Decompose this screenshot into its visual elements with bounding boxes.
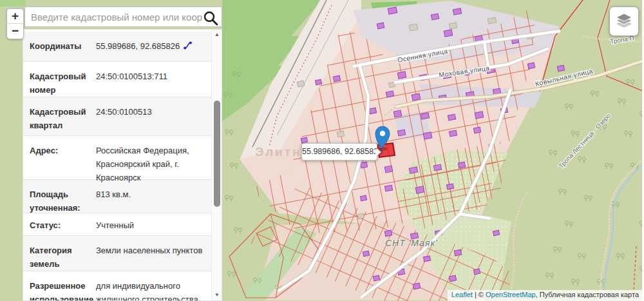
scrollbar-thumb[interactable] [214,101,220,207]
building-cadastral[interactable] [473,127,480,133]
building-cadastral[interactable] [493,230,499,236]
row-label: Разрешенное использование [30,279,92,301]
row-label: Координаты [30,39,92,61]
building-cadastral[interactable] [446,184,453,189]
building-cadastral[interactable] [384,230,392,237]
panel-scrollbar[interactable]: ▲ ▼ [211,30,222,300]
info-row-cadastral-block: Кадастровый квартал 24:50:0100513 [23,97,213,136]
info-row-area: Площадь уточненная: 813 кв.м. [23,180,213,213]
search-bar [24,6,222,27]
building-gray [488,17,496,24]
row-label: Кадастровый квартал [30,105,92,135]
building-cadastral[interactable] [377,23,384,29]
row-value: Земли населенных пунктов [92,244,210,271]
row-label: Адрес: [30,144,92,179]
info-row-cadastral-number: Кадастровый номер 24:50:0100513:711 [23,62,213,97]
info-panel: Координаты 55.989686, 92.685826 Кадастро… [23,29,222,301]
search-input[interactable] [25,7,222,26]
row-value: 24:50:0100513:711 [92,70,210,97]
building-cadastral[interactable] [413,283,420,289]
building-cadastral[interactable] [369,108,376,114]
building-cadastral[interactable] [415,186,424,193]
building-gray [337,131,344,137]
info-row-coordinates: Координаты 55.989686, 92.685826 [23,32,213,62]
building-cadastral[interactable] [449,275,456,282]
building-cadastral[interactable] [433,164,441,171]
leaflet-link[interactable]: Leaflet [451,291,473,298]
row-value: Российская Федерация, Красноярский край,… [92,144,210,179]
building-cadastral[interactable] [557,65,564,72]
attribution-suffix: , Публичная кадастровая карта [536,291,639,298]
building-gray [297,81,304,87]
building-cadastral[interactable] [363,251,369,257]
scroll-up-icon[interactable]: ▲ [214,32,220,38]
building-cadastral[interactable] [454,249,461,256]
row-value: 24:50:0100513 [92,105,210,135]
zoom-in-button[interactable]: + [7,9,23,24]
building-cadastral[interactable] [448,114,455,121]
building-cadastral[interactable] [527,63,535,69]
layers-icon [614,12,634,30]
building-gray [388,82,395,88]
row-label: Категория земель [30,244,92,271]
info-row-land-category: Категория земель Земли населенных пункто… [23,236,213,271]
building-cadastral[interactable] [473,269,480,275]
map-application: Осенняя улица Моховая улица Ковыльная ул… [0,0,644,301]
info-row-address: Адрес: Российская Федерация, Красноярски… [23,136,213,180]
info-row-permitted-use: Разрешенное использование для индивидуал… [23,271,213,301]
building-gray [409,24,417,31]
building-cadastral[interactable] [412,93,420,101]
row-label: Площадь уточненная: [30,188,92,213]
zoom-out-button[interactable]: − [7,24,23,39]
search-icon[interactable] [202,10,219,26]
layers-control[interactable] [609,6,639,36]
building-cadastral[interactable] [397,72,406,79]
info-row-status: Статус: Учтенный [23,213,213,236]
map-grass-sliver [0,0,26,6]
building-cadastral[interactable] [453,8,461,15]
building-cadastral[interactable] [421,113,429,119]
marker-hole [380,131,385,136]
building-cadastral[interactable] [397,130,405,136]
building-gray [357,213,364,219]
map-attribution: Leaflet | © OpenStreetMap, Публичная кад… [448,290,642,301]
building-cadastral[interactable] [301,137,307,143]
building-cadastral[interactable] [373,275,379,281]
building-cadastral[interactable] [384,185,392,191]
building-cadastral[interactable] [449,130,457,137]
building-cadastral[interactable] [315,79,321,85]
building-cadastral[interactable] [423,256,430,262]
building-cadastral[interactable] [431,14,439,20]
building-cadastral[interactable] [423,132,431,139]
building-cadastral[interactable] [360,195,366,201]
row-value: для индивидуального жилищного строительс… [92,279,210,301]
building-cadastral[interactable] [458,162,465,168]
tooltip-text: 55.989686, 92.685826 [302,147,383,156]
building-cadastral[interactable] [388,7,397,14]
row-value: Учтенный [92,218,210,235]
zoom-control: + − [6,8,24,39]
row-label: Кадастровый номер [30,70,92,97]
building-cadastral[interactable] [360,162,367,168]
attribution-separator: | © [473,291,486,298]
building-cadastral[interactable] [386,91,393,97]
building-cadastral[interactable] [475,112,483,119]
row-value: 55.989686, 92.685826 [92,39,210,61]
scroll-down-icon[interactable]: ▼ [214,292,220,298]
coordinates-value: 55.989686, 92.685826 [96,41,180,51]
osm-link[interactable]: OpenStreetMap [486,291,536,298]
building-cadastral[interactable] [333,75,340,82]
building-cadastral[interactable] [393,110,402,117]
info-rows: Координаты 55.989686, 92.685826 Кадастро… [23,32,213,301]
row-label: Статус: [30,218,92,235]
share-coordinates-icon[interactable] [183,41,193,50]
building-gray [449,23,457,29]
building-cadastral[interactable] [444,30,452,37]
building-cadastral[interactable] [409,167,417,173]
coordinates-tooltip: 55.989686, 92.685826 [301,143,377,160]
row-value: 813 кв.м. [92,188,210,213]
building-cadastral[interactable] [384,166,393,173]
snt-label: СНТ 'Маяк' [385,238,438,248]
